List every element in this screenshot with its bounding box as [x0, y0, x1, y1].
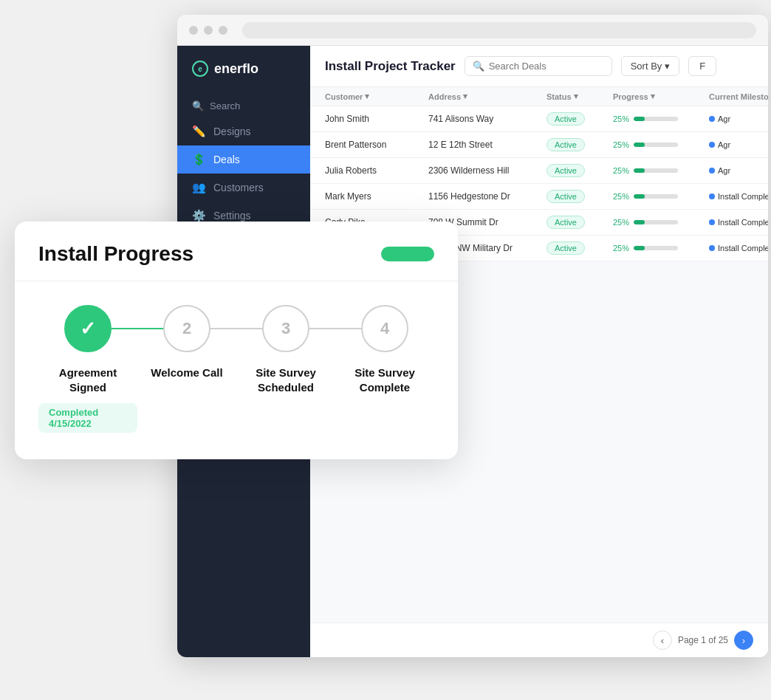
sort-icon: ▾ [365, 92, 369, 101]
cell-address: 741 Alisons Way [428, 114, 546, 124]
cell-progress: 25% [613, 192, 709, 201]
cell-customer: Mark Myers [325, 191, 428, 202]
filter-button[interactable]: F [688, 56, 716, 76]
cell-status: Active [546, 164, 613, 177]
table-header: Customer ▾ Address ▾ Status ▾ Progress ▾… [310, 87, 768, 106]
cell-customer: John Smith [325, 114, 428, 124]
chevron-right-icon: › [742, 635, 745, 646]
cell-status: Active [546, 216, 613, 229]
cell-milestone: Install Complete [709, 218, 768, 227]
step-circle: ✓ [64, 305, 112, 352]
sidebar-item-label: Designs [213, 126, 251, 137]
search-icon: 🔍 [192, 100, 204, 111]
cell-customer: Julia Roberts [325, 165, 428, 176]
steps-row: ✓ AgreementSigned Completed 4/15/2022 2 … [15, 281, 458, 459]
cell-progress: 25% [613, 166, 709, 175]
progress-card-header: Install Progress [15, 222, 458, 281]
cell-progress: 25% [613, 140, 709, 149]
settings-icon: ⚙️ [192, 209, 206, 222]
filter-label: F [699, 61, 705, 72]
sidebar-search[interactable]: 🔍 Search [177, 95, 310, 117]
sort-by-button[interactable]: Sort By ▾ [621, 56, 680, 76]
table-row[interactable]: Brent Patterson 12 E 12th Street Active … [310, 132, 768, 158]
cell-customer: Brent Patterson [325, 140, 428, 150]
col-progress[interactable]: Progress ▾ [613, 92, 709, 101]
cell-milestone: Agr [709, 166, 768, 175]
designs-icon: ✏️ [192, 125, 206, 138]
step-label: Site SurveyScheduled [256, 366, 316, 394]
cell-status: Active [546, 112, 613, 126]
col-milestone[interactable]: Current Milestone ▾ [709, 92, 768, 101]
logo-text: enerflo [214, 61, 258, 77]
sidebar-item-label: Customers [213, 182, 264, 193]
search-deals-input[interactable] [489, 61, 592, 72]
cell-address: 12 E 12th Street [428, 140, 546, 150]
search-deals-wrap[interactable]: 🔍 [465, 56, 612, 76]
table-row[interactable]: Julia Roberts 2306 Wilderness Hill Activ… [310, 158, 768, 184]
step-circle: 3 [262, 305, 309, 352]
sort-icon: ▾ [463, 92, 467, 101]
cell-status: Active [546, 241, 613, 255]
cell-address: 2306 Wilderness Hill [428, 165, 546, 176]
step-label: Welcome Call [151, 366, 222, 380]
step-2: 2 Welcome Call [137, 305, 236, 380]
cell-milestone: Install Complete [709, 244, 768, 253]
step-4: 4 Site SurveyComplete [335, 305, 434, 394]
col-status[interactable]: Status ▾ [546, 92, 613, 101]
step-label: Site SurveyComplete [354, 366, 415, 394]
cell-status: Active [546, 190, 613, 203]
cell-milestone: Install Complete [709, 192, 768, 201]
tracker-title: Install Project Tracker [325, 59, 456, 74]
sort-by-label: Sort By [631, 61, 662, 72]
col-address[interactable]: Address ▾ [428, 92, 546, 101]
browser-dot-red [189, 26, 198, 35]
cell-status: Active [546, 138, 613, 151]
step-circle: 4 [361, 305, 408, 352]
table-row[interactable]: Mark Myers 1156 Hedgestone Dr Active 25%… [310, 184, 768, 210]
cell-milestone: Agr [709, 140, 768, 149]
sort-icon: ▾ [651, 92, 655, 101]
search-label: Search [210, 100, 240, 111]
deals-icon: 💲 [192, 153, 206, 166]
sidebar-item-designs[interactable]: ✏️ Designs [177, 117, 310, 145]
cell-progress: 25% [613, 114, 709, 123]
pagination-next-button[interactable]: › [734, 631, 753, 650]
step-date-badge: Completed 4/15/2022 [38, 403, 137, 433]
progress-pill [381, 247, 434, 261]
pagination: ‹ Page 1 of 25 › [310, 622, 768, 657]
step-3: 3 Site SurveyScheduled [236, 305, 335, 394]
customers-icon: 👥 [192, 181, 206, 194]
cell-progress: 25% [613, 244, 709, 253]
cell-milestone: Agr [709, 114, 768, 123]
table-row[interactable]: John Smith 741 Alisons Way Active 25% Ag… [310, 106, 768, 132]
progress-card: Install Progress ✓ AgreementSigned Compl… [15, 222, 458, 459]
progress-card-title: Install Progress [38, 242, 193, 266]
step-1: ✓ AgreementSigned Completed 4/15/2022 [38, 305, 137, 433]
pagination-prev-button[interactable]: ‹ [653, 631, 672, 650]
sidebar-item-label: Deals [213, 154, 240, 165]
step-label: AgreementSigned [59, 366, 117, 394]
tracker-header: Install Project Tracker 🔍 Sort By ▾ F [310, 46, 768, 87]
search-deals-icon: 🔍 [473, 61, 484, 72]
logo-icon: e [192, 61, 208, 77]
sidebar-logo: e enerflo [177, 61, 310, 95]
pagination-page-text: Page 1 of 25 [678, 635, 728, 645]
col-customer[interactable]: Customer ▾ [325, 92, 428, 101]
browser-addressbar [242, 22, 756, 38]
browser-dot-yellow [204, 26, 213, 35]
step-circle: 2 [163, 305, 210, 352]
chevron-left-icon: ‹ [661, 635, 664, 646]
cell-progress: 25% [613, 218, 709, 227]
browser-dot-green [219, 26, 227, 35]
cell-address: 1156 Hedgestone Dr [428, 191, 546, 202]
browser-chrome [177, 15, 768, 46]
sort-by-chevron: ▾ [665, 61, 670, 72]
sidebar-item-customers[interactable]: 👥 Customers [177, 174, 310, 202]
sidebar-item-deals[interactable]: 💲 Deals [177, 145, 310, 174]
sidebar-item-label: Settings [213, 210, 251, 222]
sort-icon: ▾ [574, 92, 578, 101]
